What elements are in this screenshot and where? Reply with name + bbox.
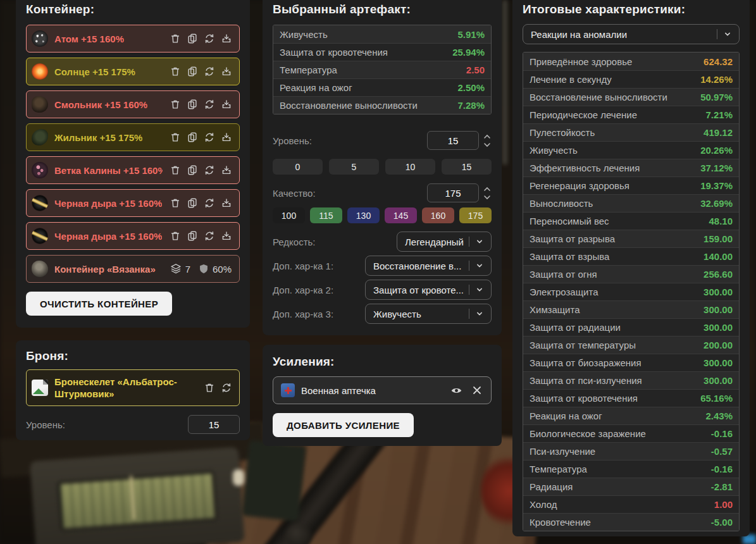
total-row: Лечение в секунду 14.26% — [523, 70, 739, 88]
total-value: 300.00 — [703, 357, 733, 368]
armor-level-input[interactable]: 15 — [188, 415, 240, 434]
reroll-button[interactable] — [203, 131, 216, 144]
copy-button[interactable] — [186, 197, 199, 209]
import-button[interactable] — [220, 98, 233, 111]
remove-boost-button[interactable] — [471, 384, 483, 397]
import-button[interactable] — [220, 230, 233, 242]
quality-decrement-button[interactable] — [483, 194, 492, 200]
container-bundle[interactable]: Контейнер «Вязанка» 7 60% — [26, 255, 240, 283]
artifact-icon — [32, 228, 48, 244]
artifact-title: Выбранный артефакт: — [273, 3, 492, 16]
level-increment-button[interactable] — [483, 133, 492, 139]
view-boost-button[interactable] — [450, 384, 462, 397]
total-value: 14.26% — [700, 74, 733, 85]
refresh-icon — [204, 99, 215, 110]
level-decrement-button[interactable] — [483, 142, 492, 147]
container-item[interactable]: Атом +15 160% — [26, 25, 240, 53]
quality-preset-button[interactable]: 115 — [310, 207, 342, 223]
extra3-select[interactable]: Живучесть — [365, 304, 492, 324]
boost-label: Военная аптечка — [301, 385, 376, 396]
import-icon — [221, 132, 232, 143]
quality-input[interactable]: 175 — [427, 183, 479, 202]
container-item[interactable]: Черная дыра +15 160% — [26, 189, 240, 217]
total-label: Восстановление выносливости — [530, 92, 700, 102]
copy-button[interactable] — [186, 32, 199, 45]
total-row: Реакция на ожог 2.43% — [523, 407, 739, 424]
close-icon — [472, 385, 482, 395]
delete-button[interactable] — [203, 381, 216, 394]
level-input[interactable]: 15 — [427, 131, 479, 150]
trash-icon — [170, 164, 181, 176]
reroll-button[interactable] — [203, 32, 216, 45]
boosts-title: Усиления: — [273, 355, 492, 369]
container-item[interactable]: Смольник +15 160% — [26, 90, 240, 118]
rarity-select[interactable]: Легендарный — [397, 232, 492, 252]
delete-button[interactable] — [169, 98, 182, 111]
import-button[interactable] — [220, 164, 233, 176]
copy-button[interactable] — [186, 164, 199, 176]
total-row: Защита от взрыва 140.00 — [523, 247, 739, 265]
quality-preset-button[interactable]: 100 — [273, 207, 305, 223]
delete-button[interactable] — [169, 230, 182, 242]
stat-label: Восстановление выносливости — [280, 100, 457, 111]
level-preset-button[interactable]: 5 — [329, 159, 379, 175]
reroll-button[interactable] — [220, 381, 233, 394]
total-value: 300.00 — [703, 322, 733, 333]
quality-increment-button[interactable] — [483, 186, 492, 192]
delete-button[interactable] — [169, 164, 182, 176]
quality-preset-button[interactable]: 130 — [347, 207, 380, 223]
boost-item[interactable]: Военная аптечка — [273, 376, 492, 404]
clear-container-button[interactable]: ОЧИСТИТЬ КОНТЕЙНЕР — [26, 292, 172, 316]
item-actions — [169, 32, 233, 45]
extra2-select[interactable]: Защита от кровоте... — [365, 280, 492, 300]
totals-filter-select[interactable]: Реакции на аномалии — [523, 24, 740, 44]
copy-button[interactable] — [186, 131, 199, 144]
reroll-button[interactable] — [203, 98, 216, 111]
artifact-label: Ветка Калины +15 160% — [54, 165, 163, 176]
quality-preset-button[interactable]: 160 — [422, 207, 454, 223]
reroll-button[interactable] — [203, 164, 216, 176]
quality-preset-button[interactable]: 175 — [459, 207, 492, 223]
container-item[interactable]: Черная дыра +15 160% — [26, 222, 240, 250]
copy-button[interactable] — [186, 230, 199, 242]
delete-button[interactable] — [169, 197, 182, 209]
delete-button[interactable] — [169, 131, 182, 144]
total-value: 19.37% — [700, 180, 733, 191]
container-item[interactable]: Ветка Калины +15 160% — [26, 156, 240, 184]
import-button[interactable] — [220, 65, 233, 78]
artifact-label: Смольник +15 160% — [54, 99, 147, 110]
reroll-button[interactable] — [203, 230, 216, 242]
totals-table: Приведённое здоровье 624.32 Лечение в се… — [523, 52, 740, 531]
container-item[interactable]: Солнце +15 175% — [26, 58, 240, 85]
add-boost-button[interactable]: ДОБАВИТЬ УСИЛЕНИЕ — [273, 413, 414, 437]
item-actions — [169, 164, 233, 176]
total-row: Выносливость 32.69% — [523, 194, 739, 212]
copy-icon — [187, 33, 198, 44]
reroll-button[interactable] — [203, 197, 216, 209]
stat-row: Защита от кровотечения 25.94% — [273, 43, 491, 61]
delete-button[interactable] — [169, 65, 182, 78]
container-item[interactable]: Жильник +15 175% — [26, 123, 240, 151]
totals-panel: Итоговые характеристики: Реакции на аном… — [512, 0, 750, 536]
armor-item[interactable]: Бронескелет «Альбатрос-Штурмовик» — [26, 369, 240, 406]
stat-row: Восстановление выносливости 7.28% — [273, 96, 491, 114]
total-value: 624.32 — [703, 56, 733, 67]
level-preset-button[interactable]: 15 — [442, 159, 492, 175]
copy-icon — [187, 164, 198, 176]
import-button[interactable] — [220, 197, 233, 209]
reroll-button[interactable] — [203, 65, 216, 78]
chevron-down-icon — [474, 285, 485, 295]
level-preset-button[interactable]: 0 — [273, 159, 323, 175]
totals-title: Итоговые характеристики: — [523, 3, 740, 16]
quality-preset-button[interactable]: 145 — [385, 207, 417, 223]
total-row: Защита от огня 256.60 — [523, 265, 739, 283]
copy-icon — [187, 66, 198, 77]
import-button[interactable] — [220, 32, 233, 45]
copy-button[interactable] — [186, 98, 199, 111]
copy-button[interactable] — [186, 65, 199, 78]
extra1-select[interactable]: Восстановление в... — [365, 256, 492, 276]
import-button[interactable] — [220, 131, 233, 144]
level-preset-button[interactable]: 10 — [385, 159, 435, 175]
delete-button[interactable] — [169, 32, 182, 45]
artifact-label: Атом +15 160% — [54, 34, 124, 44]
